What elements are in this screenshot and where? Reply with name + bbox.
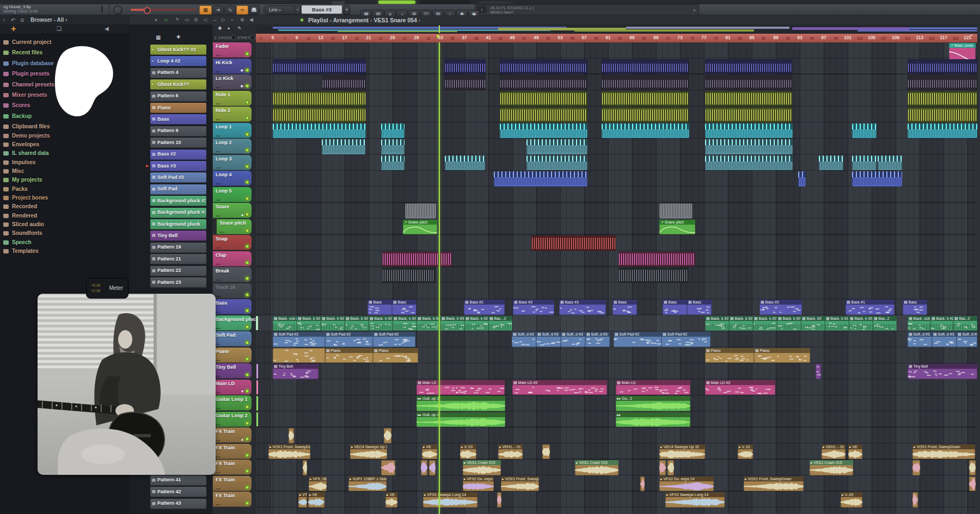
playlist-clip[interactable]	[852, 171, 902, 187]
slide-button[interactable]: ∿	[224, 5, 236, 15]
collapse-tracks-icon[interactable]: ▾	[228, 26, 230, 31]
playlist-clip[interactable]	[497, 492, 501, 507]
playlist-clip[interactable]	[526, 139, 587, 154]
playlist-clip[interactable]	[705, 59, 792, 75]
playlist-clip[interactable]: ▤ Soft Pad #2	[614, 332, 661, 347]
playlist-clip[interactable]	[602, 123, 689, 139]
mute-dot[interactable]	[245, 340, 249, 345]
shuffle-slider-track[interactable]	[131, 9, 196, 11]
mute-dot[interactable]	[245, 68, 249, 72]
whats-new-box[interactable]: ↓ 26.10 FL STUDIO 21.2 | What's New? ▸	[475, 4, 699, 15]
playback-marker-icon[interactable]: ◀	[249, 17, 253, 22]
slip-icon[interactable]: ↔	[212, 17, 217, 22]
playlist-clip[interactable]: ▤ Back. k #2	[393, 316, 416, 331]
options-arrow-icon[interactable]: ▸	[155, 17, 157, 22]
playlist-clip[interactable]: ▤ Bass	[687, 300, 712, 315]
playlist-clip[interactable]	[531, 236, 616, 251]
playlist-clip[interactable]	[852, 123, 877, 139]
pattern-item[interactable]: ▤Pattern 42	[150, 487, 206, 497]
playlist-clip[interactable]: ▸ VEC4 Sweeps Up 32	[350, 444, 387, 460]
pencil-icon[interactable]: ✎	[175, 17, 180, 22]
playlist-clip[interactable]: ▤ Tiny Bell	[273, 364, 318, 379]
playlist-clip[interactable]	[912, 492, 918, 507]
playlist-clip[interactable]	[659, 460, 666, 475]
playhead-line[interactable]	[439, 42, 440, 514]
browser-item[interactable]: IL shared data	[3, 150, 126, 158]
pattern-item[interactable]: ▤Bass #2	[150, 150, 206, 160]
mute-dot[interactable]	[245, 148, 249, 152]
playlist-clip[interactable]: ▤ Bass	[663, 300, 687, 315]
playlist-clip[interactable]: ▤ Soft Pad #2	[373, 332, 415, 347]
playlist-clip[interactable]	[618, 252, 695, 267]
playlist-clip[interactable]	[908, 123, 977, 139]
playlist-clip[interactable]: ▸ VUP1 128BP..s Sidechain	[348, 476, 387, 492]
playlist-clip[interactable]: ▸ VE	[308, 492, 324, 507]
playlist-clip[interactable]: ▸ VE	[422, 444, 437, 460]
playlist-clip[interactable]	[381, 460, 395, 475]
mute-dot[interactable]	[245, 276, 249, 281]
playlist-clip[interactable]	[381, 139, 405, 154]
zoom-icon[interactable]: ⊕	[240, 17, 244, 22]
playlist-clip[interactable]	[705, 156, 793, 171]
playlist-clip[interactable]	[602, 59, 689, 75]
playlist-clip[interactable]: ▸ VOX1 Front..SweepDown	[912, 444, 975, 460]
playlist-clip[interactable]: ▸ VES1 Crash 015	[463, 460, 501, 475]
track-header[interactable]: Guitar Loop 1	[213, 395, 252, 411]
piano-icon[interactable]: ▦	[156, 34, 161, 40]
playlist-clip[interactable]: ▤ Tiny Bell	[908, 364, 977, 379]
playlist-clip[interactable]: ▤ Soft..d #3	[908, 332, 932, 347]
playlist-clip[interactable]: ▸▸ Guit..op 2	[416, 396, 505, 411]
track-header[interactable]: FX Train	[213, 476, 252, 491]
track-header[interactable]: Background pluck	[213, 315, 252, 331]
browser-item[interactable]: Demo projects	[3, 132, 126, 140]
playlist-clip[interactable]: ▤ Back. k #2	[297, 316, 321, 331]
playlist-clip[interactable]	[500, 107, 587, 122]
link-button[interactable]: ∞	[236, 5, 248, 15]
playlist-clip[interactable]: ▤ Back. k #2	[753, 316, 777, 331]
brush-icon[interactable]: ▭	[185, 17, 189, 22]
browser-item[interactable]: Impulses	[3, 159, 126, 167]
playlist-clip[interactable]: ▤ Back. ock #2	[273, 316, 297, 331]
mute-dot[interactable]	[245, 52, 249, 56]
track-header[interactable]: Break	[213, 267, 252, 282]
playlist-clip[interactable]	[273, 123, 366, 139]
edit-icon[interactable]: ✎	[237, 26, 242, 31]
pattern-item[interactable]: ▤Background pluck	[150, 219, 206, 230]
playlist-clip[interactable]	[618, 268, 688, 283]
playlist-clip[interactable]: ▤ Back. k #2	[729, 316, 753, 331]
browser-item[interactable]: Misc	[3, 168, 126, 176]
add-track-icon[interactable]: ✚	[218, 26, 222, 31]
playlist-clip[interactable]: ▸▸ Gu...2	[616, 396, 690, 411]
playlist-clip[interactable]	[602, 107, 689, 122]
playlist-clip[interactable]: ▤ Bass #2	[464, 300, 505, 315]
playlist-clip[interactable]: ▤ Back. k #2	[705, 316, 729, 331]
playlist-clip[interactable]: ▤ Back. k #2	[930, 316, 953, 331]
file-icon[interactable]: ❏	[57, 26, 62, 32]
playlist-clip[interactable]	[908, 91, 977, 107]
track-header[interactable]: FX Train	[213, 460, 252, 475]
playlist-clip[interactable]	[494, 171, 587, 187]
playlist-clip[interactable]	[322, 139, 365, 154]
pattern-prev-button[interactable]: ‹	[295, 5, 301, 15]
playlist-clip[interactable]	[908, 59, 977, 75]
mute-dot[interactable]	[245, 293, 249, 297]
mute-dot[interactable]	[245, 453, 249, 457]
mute-dot[interactable]	[245, 437, 249, 441]
search-icon[interactable]: ⊙	[20, 17, 24, 23]
mute-dot[interactable]	[245, 84, 249, 88]
playlist-clip[interactable]	[273, 59, 366, 75]
playlist-clip[interactable]: ▸ VES1 Crash 015	[575, 460, 618, 475]
mute-dot[interactable]	[245, 308, 249, 313]
pattern-item[interactable]: ▤Pattern 43	[150, 499, 206, 509]
pattern-item[interactable]: ▤Pattern 10	[150, 138, 206, 148]
pattern-next-button[interactable]: +	[344, 5, 350, 15]
playlist-clip[interactable]	[602, 75, 689, 90]
pattern-item[interactable]: ▤Bass	[150, 114, 206, 125]
playlist-clip[interactable]: ▤ Main LD #2	[705, 380, 775, 395]
add-automation-icon[interactable]: ✚	[240, 68, 243, 73]
mute-dot[interactable]	[245, 116, 249, 120]
playlist-clip[interactable]	[852, 156, 877, 171]
track-header[interactable]: Ride 2	[213, 107, 252, 122]
track-header[interactable]: Track 16	[213, 283, 252, 299]
playlist-clip[interactable]: ▤ Piano	[705, 348, 754, 363]
